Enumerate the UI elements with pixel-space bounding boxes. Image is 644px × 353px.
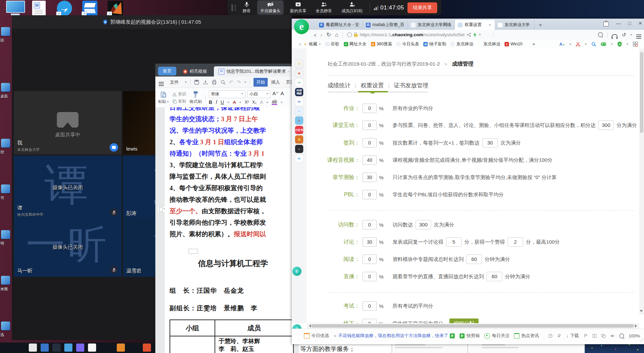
weight-input[interactable]: 0 (362, 220, 377, 229)
chevron-down-icon[interactable] (244, 82, 246, 84)
maximize-button[interactable]: □ (628, 21, 631, 26)
scrollbar-thumb[interactable] (311, 324, 634, 328)
tab-certificate-management[interactable]: 证书发放管理 (394, 82, 428, 89)
sidebar-app-icon[interactable]: ◗ (295, 107, 303, 115)
close-button[interactable]: × (639, 20, 642, 27)
camera-toggle-button[interactable]: 开启摄像头 (257, 0, 284, 15)
participant-tile-me[interactable]: 桌面共享中 我 东北林业大学 (14, 91, 121, 154)
browser-tab[interactable]: 东北林业大学网络 (408, 20, 455, 30)
zoom-level[interactable]: 100% (629, 333, 640, 338)
taskbar-app-icon[interactable] (117, 344, 125, 352)
share-url-icon[interactable] (467, 32, 471, 37)
mute-all-button[interactable]: 全员静音 (313, 0, 335, 15)
weight-input[interactable]: 30 (362, 173, 377, 182)
participant-tile-tan[interactable]: 谭 摄像头已关闭 谭 哈尔滨风华中学 (14, 156, 121, 219)
weight-input[interactable]: 0 (362, 272, 377, 281)
tab-pin-icon[interactable]: ⌐ (288, 69, 290, 73)
taskbar-app-icon[interactable] (64, 344, 72, 352)
browser-tab[interactable]: K 毒霸网址大全 - 安 (316, 20, 363, 30)
assistant-float-icon[interactable]: e (292, 267, 302, 276)
chevron-down-icon[interactable] (630, 34, 632, 37)
file-menu[interactable]: 文件 (167, 78, 181, 87)
reading-mode-icon[interactable] (593, 334, 597, 338)
url-text[interactable]: https://mooc1-1.chaoxing.com/scoreAnalys… (360, 32, 465, 37)
sidebar-app-icon[interactable]: 小红书 (295, 126, 303, 134)
detail-allocate-button[interactable]: 明细分配 (449, 318, 479, 324)
sidebar-app-icon[interactable]: 环球 网校 (295, 88, 303, 96)
browser-tab[interactable]: ⁂ matlab上取整_百 (363, 20, 408, 30)
menu-item[interactable]: 插入 (268, 78, 283, 87)
new-tab-button[interactable]: + (535, 20, 546, 30)
tab-close-icon[interactable]: × (488, 23, 492, 27)
speed-lightning-icon[interactable] (473, 32, 477, 37)
speaker-icon[interactable] (610, 334, 615, 338)
collapse-sidebar-icon[interactable]: ‹| (298, 42, 301, 46)
desktop-icon[interactable] (1, 27, 10, 36)
hot-news-button[interactable]: 热点资讯 (514, 333, 539, 339)
document-page[interactable]: 日前上交教研室；保证课程的顺学生的交流状态；3 月 7 日上午况、学生的学习状况… (165, 107, 294, 353)
highlight-button[interactable]: ab (272, 100, 277, 105)
desktop-icon-this-pc[interactable] (6, 1, 25, 15)
bookmark-item[interactable]: 东北林业 (478, 41, 500, 47)
forward-icon[interactable]: › (320, 31, 322, 38)
horizontal-scrollbar[interactable] (307, 323, 639, 329)
translate-extension-icon[interactable]: A₊ (559, 42, 565, 47)
reader-mode-icon[interactable] (347, 32, 352, 37)
bookmark-item[interactable]: ⁂ 纳子富勒 (423, 41, 446, 47)
grow-font-button[interactable]: A⁺ (272, 90, 279, 98)
undo-icon[interactable]: ↶ (229, 79, 234, 85)
bookmark-item[interactable]: ★ 收藏 (303, 41, 321, 47)
restore-session-icon[interactable]: ↺ (622, 31, 626, 38)
chevron-down-icon[interactable] (479, 34, 481, 37)
bookmark-item[interactable]: 今日头条 (396, 41, 419, 47)
speed-dial-icon[interactable] (548, 333, 553, 338)
sidebar-app-icon[interactable]: ✉ (295, 79, 303, 87)
menu-icon[interactable] (159, 82, 164, 83)
split-screen-icon[interactable] (601, 334, 606, 338)
sidebar-app-icon[interactable]: 皇 (295, 135, 303, 144)
search-icon[interactable] (598, 32, 603, 37)
scroll-down-icon[interactable] (640, 310, 643, 314)
daily-pick-button[interactable]: 今日优选 (304, 333, 329, 339)
desktop-icon-chaoxing-box[interactable]: ↗ (82, 1, 97, 16)
flag-icon[interactable] (584, 333, 588, 338)
tab-weight-settings[interactable]: 权重设置 (361, 82, 384, 89)
output-icon[interactable] (203, 80, 208, 85)
italic-button[interactable]: I (216, 100, 217, 105)
mute-button[interactable]: 静音 (240, 0, 254, 15)
weight-input[interactable]: 0 (362, 301, 377, 311)
superscript-button[interactable]: X² (245, 100, 249, 105)
chevron-down-icon[interactable] (319, 44, 321, 46)
download-button[interactable]: ↓下载 (566, 333, 579, 339)
format-painter-button[interactable]: 格式刷 (190, 91, 202, 105)
bookmark-item[interactable]: 谷歌 (325, 41, 339, 47)
voice-assistant-icon[interactable] (612, 34, 618, 38)
new-share-button[interactable]: 新的共享 (287, 0, 309, 15)
strikethrough-button[interactable]: A (233, 100, 236, 105)
menu-item[interactable]: 开始 (253, 78, 268, 87)
desktop-icon[interactable] (1, 276, 10, 285)
find-extension-icon[interactable] (591, 42, 596, 47)
taskbar-app-icon[interactable] (29, 344, 37, 352)
wps-home-tab[interactable]: 首页 (158, 67, 176, 75)
sidebar-app-icon[interactable]: W (295, 97, 303, 106)
back-icon[interactable]: ‹ (314, 31, 316, 38)
chevron-down-icon[interactable] (185, 82, 187, 84)
taskbar-app-icon[interactable] (76, 344, 84, 352)
redo-icon[interactable]: ↷ (237, 79, 241, 85)
desktop-icon[interactable] (1, 230, 10, 239)
refresh-icon[interactable]: ↻ (327, 31, 331, 38)
taskbar-app-icon[interactable] (52, 344, 61, 352)
news-ticker[interactable]: ≋ 不花钱也能降血糖，现在都在用这个方法降血糖，快来了 (334, 333, 455, 339)
desktop-icon[interactable] (1, 322, 10, 330)
wps-document-tab[interactable]: W 信息学院201...线教学解读要求 ⌐ (214, 66, 295, 76)
bookmark-item[interactable]: C Win10 (505, 42, 522, 46)
copy-button[interactable]: 复制 (172, 98, 186, 104)
cut-button[interactable]: 剪切 (172, 91, 186, 97)
browser-tab[interactable]: 权重设置 × (455, 20, 495, 30)
meeting-titlebar[interactable]: 郭继峰发起的视频会议(13/16) | 01:47:05 (12, 15, 292, 29)
sidebar-app-icon[interactable]: ◉ (295, 69, 303, 77)
bookmark-item[interactable]: + 网址大全 (344, 41, 367, 47)
print-icon[interactable] (212, 80, 217, 85)
taskbar-app-icon[interactable] (143, 344, 151, 352)
